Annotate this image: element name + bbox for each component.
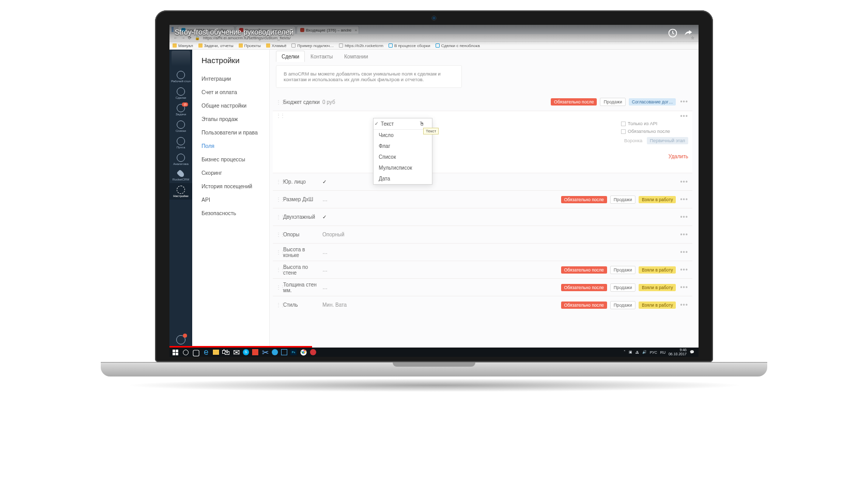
more-icon[interactable]: ••• bbox=[679, 266, 689, 274]
field-row[interactable]: ⋮⋮ОпорыОпорный••• bbox=[273, 225, 692, 243]
close-icon[interactable]: × bbox=[355, 28, 358, 33]
drag-handle-icon[interactable]: ⋮⋮ bbox=[276, 214, 281, 220]
subnav-item-fields[interactable]: Поля bbox=[202, 139, 269, 153]
field-tag[interactable]: Продажи bbox=[610, 283, 636, 292]
chat-icon[interactable] bbox=[176, 335, 185, 344]
dropdown-option[interactable]: Флаг bbox=[374, 141, 432, 152]
nav-lists[interactable]: Списки bbox=[169, 118, 192, 134]
drag-handle-icon[interactable]: ⋮⋮ bbox=[276, 179, 281, 185]
task-view-icon[interactable]: ▢ bbox=[192, 349, 199, 356]
field-tag[interactable]: Продажи bbox=[610, 266, 636, 274]
nav-forward-icon[interactable]: → bbox=[181, 36, 185, 40]
mail-icon[interactable]: ✉ bbox=[233, 349, 240, 356]
tray-notifications-icon[interactable]: 💬 bbox=[690, 350, 694, 354]
field-tag[interactable]: Взяли в работу bbox=[639, 302, 676, 309]
edge-icon[interactable]: e bbox=[203, 349, 210, 356]
bookmark[interactable]: https://b2b.rocketcrm bbox=[339, 43, 383, 48]
field-row[interactable]: ⋮⋮Толщина стен мм.…Обязательно послеПрод… bbox=[273, 278, 692, 296]
chrome-icon[interactable] bbox=[300, 349, 307, 356]
field-tag[interactable]: Взяли в работу bbox=[639, 196, 676, 203]
tray-clock[interactable]: 9:46 06.10.2017 bbox=[669, 348, 687, 356]
skype-icon[interactable]: S bbox=[243, 349, 249, 355]
bookmark[interactable]: Сделки с пеноблока bbox=[436, 43, 480, 48]
drag-handle-icon[interactable]: ⋮⋮ bbox=[276, 249, 281, 255]
nav-desktop[interactable]: Рабочий стол bbox=[169, 68, 192, 85]
drag-handle-icon[interactable]: ⋮⋮ bbox=[276, 302, 281, 308]
field-tag[interactable]: Обязательно после bbox=[561, 284, 607, 291]
app-icon[interactable] bbox=[310, 349, 316, 355]
browser-tab[interactable]: Входящие (376) – andre× bbox=[297, 26, 359, 34]
photoshop-icon[interactable]: Ps bbox=[290, 349, 297, 355]
more-icon[interactable]: ••• bbox=[679, 249, 689, 256]
subnav-item[interactable]: Интеграции bbox=[202, 72, 269, 85]
field-row[interactable]: ⋮⋮СтильМин. ВатаОбязательно послеПродажи… bbox=[273, 296, 692, 313]
field-tag[interactable]: Взяли в работу bbox=[639, 266, 676, 274]
tray-network-icon[interactable]: 🖧 bbox=[636, 351, 639, 354]
field-tag[interactable]: Продажи bbox=[600, 98, 626, 106]
dropdown-option[interactable]: Мультисписок bbox=[374, 162, 432, 173]
star-icon[interactable]: ☆ bbox=[691, 36, 694, 40]
field-tag[interactable]: Обязательно после bbox=[551, 98, 597, 106]
subnav-item[interactable]: API bbox=[202, 193, 269, 206]
nav-back-icon[interactable]: ← bbox=[174, 36, 178, 40]
nav-rocketcrm[interactable]: RocketCRM bbox=[169, 168, 192, 183]
tab-contacts[interactable]: Контакты bbox=[305, 51, 338, 62]
tab-deals[interactable]: Сделки bbox=[276, 51, 305, 62]
browser-tab[interactable]: Русский рок - слушать× bbox=[236, 26, 296, 34]
bookmark[interactable]: Пример подключ… bbox=[291, 43, 334, 48]
field-tag[interactable]: Взяли в работу bbox=[639, 284, 676, 291]
field-row[interactable]: ⋮⋮Бюджет сделки0 рубОбязательно послеПро… bbox=[273, 93, 692, 111]
field-tag[interactable]: Продажи bbox=[610, 301, 636, 309]
nav-settings[interactable]: Настройки bbox=[169, 183, 192, 200]
field-tag[interactable]: Обязательно после bbox=[561, 196, 607, 203]
close-icon[interactable]: × bbox=[230, 28, 233, 33]
more-icon[interactable]: ••• bbox=[679, 231, 689, 238]
field-row[interactable]: ⋮⋮Высота в коньке…••• bbox=[273, 243, 692, 261]
required-after-toggle[interactable]: Обязательно после bbox=[621, 129, 688, 134]
field-row[interactable]: ⋮⋮Размер ДхШ…Обязательно послеПродажиВзя… bbox=[273, 190, 692, 208]
address-bar[interactable]: ← → ⟳ 🔒 https://arhi.ei.amocrm.ru/settin… bbox=[169, 34, 699, 42]
dropdown-option[interactable]: Список bbox=[374, 152, 432, 162]
tray-battery-icon[interactable]: ▣ bbox=[629, 350, 632, 354]
close-icon[interactable]: × bbox=[291, 28, 293, 33]
dropdown-option[interactable]: Дата bbox=[374, 173, 432, 184]
drag-handle-icon[interactable]: ⋮⋮ bbox=[276, 99, 281, 105]
drag-handle-icon[interactable]: ⋮⋮ bbox=[276, 232, 281, 237]
tray-chevron-icon[interactable]: ˄ bbox=[624, 350, 626, 354]
bookmark[interactable]: Хламьё bbox=[266, 43, 287, 48]
delete-field-link[interactable]: Удалить bbox=[621, 154, 688, 159]
nav-tasks[interactable]: 15Задачи bbox=[169, 101, 192, 118]
more-icon[interactable]: ••• bbox=[679, 214, 689, 221]
more-icon[interactable]: ••• bbox=[679, 302, 689, 309]
subnav-item[interactable]: Безопасность bbox=[202, 206, 269, 220]
pipeline-stage-selector[interactable]: Воронка Первичный этап bbox=[621, 137, 688, 144]
reload-icon[interactable]: ⟳ bbox=[188, 36, 192, 40]
subnav-item[interactable]: Пользователи и права bbox=[202, 126, 269, 139]
nav-deals[interactable]: Сделки bbox=[169, 85, 192, 101]
more-icon[interactable]: ••• bbox=[679, 284, 689, 291]
bookmark[interactable]: Проекты bbox=[239, 43, 261, 48]
more-icon[interactable]: ••• bbox=[679, 178, 689, 186]
subnav-item[interactable]: Счет и оплата bbox=[202, 85, 269, 99]
bookmark[interactable]: Мануал bbox=[173, 43, 193, 48]
field-row[interactable]: ⋮⋮Высота по стене…Обязательно послеПрода… bbox=[273, 261, 692, 278]
store-icon[interactable]: 🛍 bbox=[222, 349, 229, 356]
subnav-item[interactable]: Скоринг bbox=[202, 166, 269, 179]
tab-companies[interactable]: Компании bbox=[338, 51, 374, 62]
drag-handle-icon[interactable]: ⋮⋮ bbox=[276, 113, 281, 118]
app-icon[interactable] bbox=[281, 349, 287, 355]
tray-volume-icon[interactable]: 🔊 bbox=[642, 350, 647, 354]
snip-icon[interactable]: ✂ bbox=[261, 349, 269, 356]
subnav-item[interactable]: Этапы продаж bbox=[202, 112, 269, 126]
nav-analytics[interactable]: Аналитика bbox=[169, 151, 192, 168]
search-icon[interactable] bbox=[182, 349, 189, 356]
drag-handle-icon[interactable]: ⋮⋮ bbox=[276, 267, 281, 273]
field-row[interactable]: ⋮⋮Двухэтажный✓••• bbox=[273, 208, 692, 225]
field-type-dropdown[interactable]: Текст Число Флаг Список Мультисписок Дат… bbox=[373, 118, 432, 185]
window-controls[interactable] bbox=[172, 27, 174, 32]
field-tag[interactable]: Обязательно после bbox=[561, 302, 607, 309]
tray-lang[interactable]: РУС bbox=[650, 351, 657, 354]
field-tag[interactable]: Продажи bbox=[610, 195, 636, 204]
subnav-item[interactable]: История посещений bbox=[202, 179, 269, 193]
field-tag[interactable]: Согласование дог… bbox=[629, 98, 676, 106]
